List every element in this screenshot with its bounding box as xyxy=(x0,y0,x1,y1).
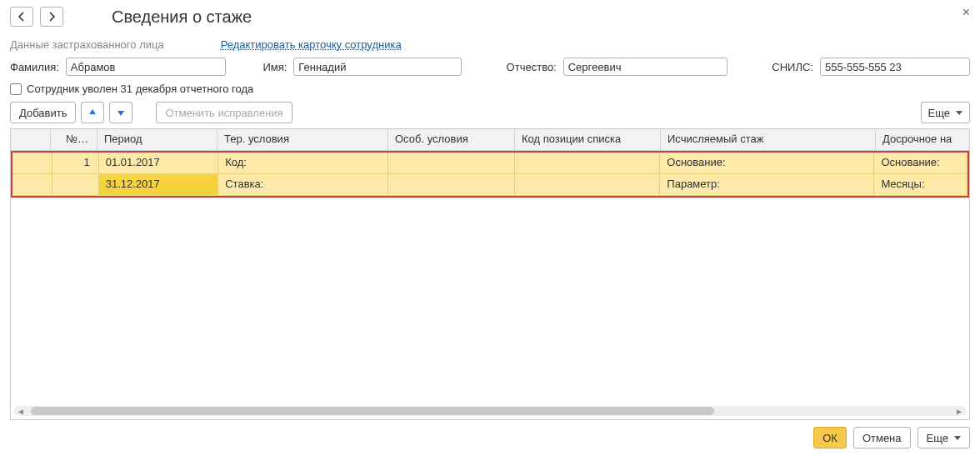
name-input[interactable] xyxy=(293,58,462,76)
col-ter[interactable]: Тер. условия xyxy=(218,129,388,150)
patronymic-label: Отчество: xyxy=(507,61,557,73)
edit-employee-link[interactable]: Редактировать карточку сотрудника xyxy=(221,38,402,51)
scroll-left-icon[interactable]: ◄ xyxy=(16,406,26,416)
toolbar-more-button[interactable]: Еще xyxy=(921,102,970,123)
table-row[interactable]: 1 01.01.2017 Код: Основание: Основание: … xyxy=(11,151,969,198)
cell-num: 1 xyxy=(52,153,99,173)
nav-forward-button[interactable] xyxy=(40,7,63,27)
col-kod[interactable]: Код позиции списка xyxy=(515,129,661,150)
snils-label: СНИЛС: xyxy=(772,61,813,73)
add-button[interactable]: Добавить xyxy=(10,102,76,123)
horizontal-scrollbar[interactable]: ◄ ► xyxy=(14,406,966,416)
cell-ter-code: Код: xyxy=(218,153,388,173)
scroll-thumb[interactable] xyxy=(31,407,714,415)
seniority-grid[interactable]: №… Период Тер. условия Особ. условия Код… xyxy=(10,128,970,420)
chevron-down-icon xyxy=(956,111,962,115)
col-num[interactable]: №… xyxy=(51,129,98,150)
cell-period-end: 31.12.2017 xyxy=(99,174,219,195)
cell-isch-param: Параметр: xyxy=(660,174,874,195)
cancel-button[interactable]: Отмена xyxy=(853,427,911,448)
nav-back-button[interactable] xyxy=(10,7,33,27)
ok-button[interactable]: ОК xyxy=(813,427,847,448)
snils-input[interactable] xyxy=(820,58,970,76)
page-title: Сведения о стаже xyxy=(112,8,252,27)
scroll-right-icon[interactable]: ► xyxy=(954,406,964,416)
surname-input[interactable] xyxy=(66,58,227,76)
patronymic-input[interactable] xyxy=(563,58,728,76)
col-dosr[interactable]: Досрочное на xyxy=(876,129,969,150)
chevron-down-icon xyxy=(954,436,961,440)
fired-checkbox[interactable] xyxy=(10,83,22,95)
col-period[interactable]: Период xyxy=(98,129,218,150)
col-isch[interactable]: Исчисляемый стаж xyxy=(661,129,876,150)
insured-section-label: Данные застрахованного лица xyxy=(10,38,164,51)
cell-isch-basis: Основание: xyxy=(660,153,874,173)
cell-ter-rate: Ставка: xyxy=(218,174,388,195)
surname-label: Фамилия: xyxy=(10,61,59,73)
cell-period-start: 01.01.2017 xyxy=(99,153,219,173)
close-icon[interactable]: × xyxy=(962,5,970,20)
move-up-button[interactable] xyxy=(81,102,104,123)
cell-dosr-basis: Основание: xyxy=(874,153,968,173)
col-osob[interactable]: Особ. условия xyxy=(388,129,515,150)
undo-corrections-button[interactable]: Отменить исправления xyxy=(156,102,292,123)
footer-more-button[interactable]: Еще xyxy=(918,427,970,448)
cell-dosr-months: Месяцы: xyxy=(874,174,968,195)
col-select xyxy=(11,129,51,150)
fired-checkbox-label: Сотрудник уволен 31 декабря отчетного го… xyxy=(27,83,253,95)
move-down-button[interactable] xyxy=(109,102,132,123)
name-label: Имя: xyxy=(262,61,287,73)
